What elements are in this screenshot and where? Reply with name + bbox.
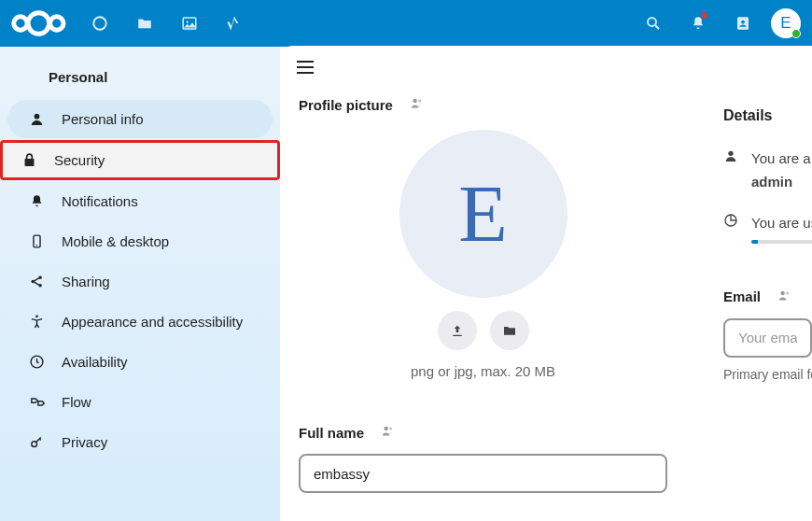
activity-icon[interactable] <box>214 3 255 44</box>
dashboard-icon[interactable] <box>79 3 120 44</box>
sidebar: Personal Personal info Security Notifica… <box>0 47 280 521</box>
fullname-label: Full name <box>299 424 667 441</box>
topbar: E <box>0 0 812 47</box>
flow-icon <box>28 394 45 410</box>
svg-point-26 <box>786 291 789 294</box>
svg-point-20 <box>418 99 421 102</box>
fullname-input[interactable] <box>299 454 667 493</box>
sidebar-item-label: Sharing <box>62 274 110 289</box>
sidebar-item-sharing[interactable]: Sharing <box>7 262 273 301</box>
search-icon[interactable] <box>633 3 674 44</box>
photos-icon[interactable] <box>169 3 210 44</box>
sidebar-header: Personal <box>0 60 280 98</box>
phone-icon <box>28 233 45 249</box>
detail-groups: You are a mem admin <box>723 148 812 192</box>
share-icon <box>28 274 45 289</box>
accessibility-icon <box>28 314 45 330</box>
svg-point-1 <box>28 13 49 35</box>
sidebar-item-label: Mobile & desktop <box>62 233 169 249</box>
sidebar-item-label: Security <box>54 152 105 168</box>
svg-rect-10 <box>24 159 34 166</box>
profile-picture: E <box>399 130 567 298</box>
scope-icon[interactable] <box>777 289 791 305</box>
sidebar-item-label: Privacy <box>62 434 107 450</box>
scope-icon[interactable] <box>410 96 424 113</box>
lock-icon <box>21 152 37 168</box>
svg-point-5 <box>186 21 188 22</box>
svg-point-8 <box>741 21 745 24</box>
sidebar-item-notifications[interactable]: Notifications <box>7 182 273 220</box>
svg-point-2 <box>50 17 63 30</box>
files-icon[interactable] <box>124 3 165 44</box>
pie-icon <box>723 213 738 232</box>
contacts-icon[interactable] <box>722 3 763 44</box>
key-icon <box>28 434 45 450</box>
detail-quota: You are using <box>723 213 812 244</box>
upload-picture-button[interactable] <box>438 311 477 350</box>
quota-bar <box>751 240 812 244</box>
svg-point-16 <box>35 315 38 317</box>
svg-point-18 <box>31 442 36 447</box>
sidebar-item-availability[interactable]: Availability <box>7 343 273 381</box>
clock-icon <box>28 354 45 370</box>
scope-icon[interactable] <box>381 424 395 441</box>
status-indicator-icon <box>791 29 801 38</box>
user-icon <box>28 111 45 127</box>
sidebar-item-mobile-desktop[interactable]: Mobile & desktop <box>7 222 273 260</box>
profile-letter: E <box>458 167 508 260</box>
app-icons-left <box>79 3 255 44</box>
svg-point-12 <box>35 245 36 246</box>
svg-point-25 <box>780 290 784 294</box>
svg-point-3 <box>93 17 106 30</box>
svg-point-23 <box>728 151 733 156</box>
email-label: Email <box>723 289 812 305</box>
details-heading: Details <box>723 107 812 124</box>
user-menu[interactable]: E <box>771 8 801 38</box>
sidebar-item-security[interactable]: Security <box>0 140 280 180</box>
user-icon <box>723 148 738 167</box>
sidebar-item-privacy[interactable]: Privacy <box>7 423 273 461</box>
logo[interactable] <box>11 10 66 36</box>
bell-icon <box>28 193 45 209</box>
choose-from-files-button[interactable] <box>490 311 529 350</box>
sidebar-item-personal-info[interactable]: Personal info <box>7 100 273 138</box>
svg-point-0 <box>14 17 27 30</box>
notifications-icon[interactable] <box>678 3 719 44</box>
sidebar-item-label: Appearance and accessibility <box>62 314 243 330</box>
sidebar-item-label: Flow <box>62 394 91 410</box>
email-hint: Primary email for p <box>723 367 812 382</box>
main-content: Profile picture E png or jpg, max. 20 MB <box>280 46 812 521</box>
svg-point-19 <box>413 99 416 103</box>
sidebar-item-label: Notifications <box>62 193 138 209</box>
svg-point-22 <box>389 427 392 429</box>
sidebar-item-label: Personal info <box>62 111 144 127</box>
svg-point-9 <box>34 114 39 120</box>
email-input[interactable] <box>723 318 812 358</box>
profile-picture-heading: Profile picture <box>299 96 667 113</box>
picture-hint: png or jpg, max. 20 MB <box>411 363 555 379</box>
menu-toggle-icon[interactable] <box>297 61 314 77</box>
sidebar-item-flow[interactable]: Flow <box>7 383 273 421</box>
svg-point-21 <box>384 427 387 430</box>
app-icons-right <box>633 3 763 44</box>
svg-point-6 <box>648 18 656 26</box>
sidebar-item-label: Availability <box>62 354 128 370</box>
sidebar-item-appearance[interactable]: Appearance and accessibility <box>7 303 273 341</box>
